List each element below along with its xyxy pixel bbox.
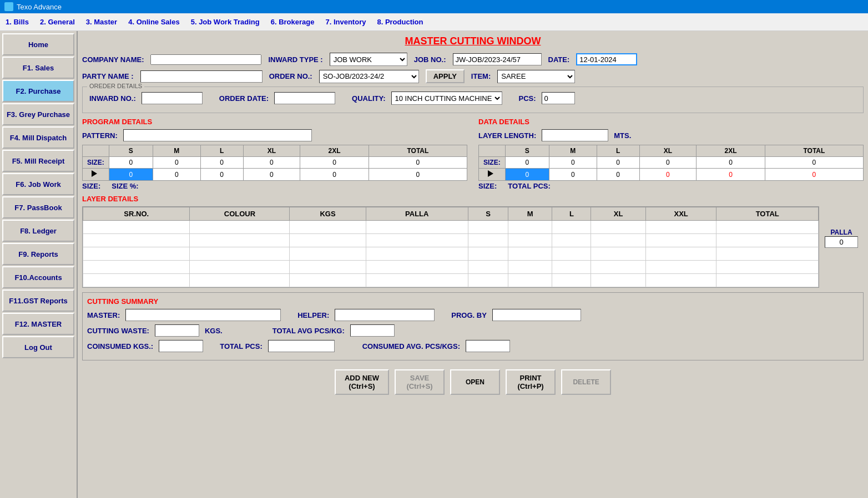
menu-master[interactable]: 3. Master	[86, 18, 117, 26]
kgs-label: KGS.	[205, 327, 223, 335]
date-input[interactable]	[576, 53, 637, 65]
menu-bills[interactable]: 1. Bills	[6, 18, 29, 26]
page-title: MASTER CUTTING WINDOW	[82, 35, 864, 47]
sidebar-logout[interactable]: Log Out	[2, 336, 74, 358]
company-name-input[interactable]	[150, 54, 261, 65]
order-details-section: OREDER DETAILS INWARD NO.: ORDER DATE: Q…	[82, 87, 864, 113]
palla-value-input[interactable]	[825, 236, 858, 248]
prog-size-xl[interactable]: 0	[243, 157, 300, 169]
prog-size-l[interactable]: 0	[200, 157, 243, 169]
palla-label: PALLA	[830, 228, 852, 236]
print-button[interactable]: PRINT (Ctrl+P)	[506, 369, 556, 395]
data-size-2xl[interactable]: 0	[697, 157, 765, 169]
company-name-label: COMPANY NAME:	[82, 55, 144, 64]
prog-size-pct-label-below: SIZE %:	[112, 182, 138, 190]
prog-size-label-below: SIZE:	[82, 182, 100, 190]
sidebar-f3-grey-purchase[interactable]: F3. Grey Purchase	[2, 103, 74, 125]
data-size-m[interactable]: 0	[549, 157, 597, 169]
data-grid-header-l: L	[597, 145, 639, 157]
job-no-input[interactable]	[453, 53, 542, 65]
layer-length-input[interactable]	[542, 129, 608, 141]
prog-size-pct-row: 0 0 0 0 0 0	[83, 169, 467, 181]
sidebar-f12-master[interactable]: F12. MASTER	[2, 313, 74, 335]
sidebar-f4-mill-dispatch[interactable]: F4. Mill Dispatch	[2, 126, 74, 149]
quality-select[interactable]: 10 INCH CUTTING MACHINE 12 INCH CUTTING …	[391, 92, 502, 105]
menu-job-work-trading[interactable]: 5. Job Work Trading	[191, 18, 260, 26]
cutting-waste-input[interactable]	[155, 324, 199, 337]
pattern-input[interactable]	[123, 129, 312, 141]
data-pcs-m[interactable]: 0	[549, 169, 597, 181]
total-pcs-input[interactable]	[268, 340, 335, 352]
data-pcs-xl[interactable]: 0	[639, 169, 697, 181]
party-name-input[interactable]	[140, 70, 263, 83]
sidebar-home[interactable]: Home	[2, 33, 74, 55]
data-grid-header-2xl: 2XL	[697, 145, 765, 157]
layer-col-palla: PALLA	[366, 207, 468, 221]
data-pcs-l[interactable]: 0	[597, 169, 639, 181]
menu-general[interactable]: 2. General	[40, 18, 75, 26]
save-button[interactable]: SAVE (Ctrl+S)	[395, 369, 445, 395]
sidebar-f9-reports[interactable]: F9. Reports	[2, 243, 74, 265]
open-button[interactable]: OPEN	[450, 369, 500, 395]
sidebar-f10-accounts[interactable]: F10.Accounts	[2, 266, 74, 288]
layer-row-empty5	[83, 274, 819, 287]
sidebar-f5-mill-receipt[interactable]: F5. Mill Receipt	[2, 150, 74, 172]
coinsumed-kgs-input[interactable]	[159, 340, 203, 352]
prog-pct-s[interactable]: 0	[109, 169, 153, 181]
cutting-summary-title: CUTTING SUMMARY	[87, 297, 859, 306]
prog-pct-m[interactable]: 0	[153, 169, 200, 181]
bottom-buttons: ADD NEW (Ctrl+S) SAVE (Ctrl+S) OPEN PRIN…	[82, 365, 864, 399]
apply-button[interactable]: APPLY	[426, 69, 465, 83]
sidebar-f11-gst-reports[interactable]: F11.GST Reports	[2, 289, 74, 312]
layer-col-srno: SR.NO.	[83, 207, 190, 221]
data-size-grid: S M L XL 2XL TOTAL SIZE: 0 0	[478, 145, 864, 181]
prog-size-2xl[interactable]: 0	[300, 157, 369, 169]
menu-brokerage[interactable]: 6. Brokerage	[271, 18, 315, 26]
prog-size-total: 0	[369, 157, 467, 169]
sidebar-f6-job-work[interactable]: F6. Job Work	[2, 173, 74, 195]
prog-grid-header-total: TOTAL	[369, 145, 467, 157]
prog-by-input[interactable]	[492, 309, 581, 321]
prog-size-s[interactable]: 0	[109, 157, 153, 169]
mts-label: MTS.	[614, 131, 631, 140]
program-size-grid: S M L XL 2XL TOTAL SIZE: 0 0	[82, 145, 467, 181]
job-no-label: JOB NO.:	[414, 55, 446, 64]
menu-production[interactable]: 8. Production	[377, 18, 423, 26]
menu-online-sales[interactable]: 4. Online Sales	[128, 18, 180, 26]
layer-col-s: S	[468, 207, 508, 221]
pattern-row: PATTERN:	[82, 129, 467, 141]
pcs-input[interactable]	[542, 92, 575, 104]
data-size-l[interactable]: 0	[597, 157, 639, 169]
master-label: MASTER:	[87, 311, 120, 319]
prog-pct-xl[interactable]: 0	[243, 169, 300, 181]
inward-type-select[interactable]: JOB WORK DIRECT TRANSFER	[330, 53, 407, 66]
item-select[interactable]: SAREE DUPATTA FABRIC	[497, 70, 575, 83]
data-pcs-2xl[interactable]: 0	[697, 169, 765, 181]
data-size-xl[interactable]: 0	[639, 157, 697, 169]
menu-inventory[interactable]: 7. Inventory	[325, 18, 366, 26]
order-date-input[interactable]	[274, 92, 335, 104]
add-new-button[interactable]: ADD NEW (Ctrl+S)	[335, 369, 389, 395]
app-icon	[4, 2, 13, 11]
content-area: MASTER CUTTING WINDOW COMPANY NAME: INWA…	[78, 31, 868, 498]
prog-size-m[interactable]: 0	[153, 157, 200, 169]
data-pcs-s[interactable]: 0	[505, 169, 549, 181]
data-size-s[interactable]: 0	[505, 157, 549, 169]
consumed-avg-input[interactable]	[466, 340, 510, 352]
inward-type-label: INWARD TYPE :	[268, 55, 322, 64]
delete-button[interactable]: DELETE	[561, 369, 611, 395]
program-details-col: PROGRAM DETAILS PATTERN: S M L XL 2XL	[82, 118, 467, 190]
inward-no-input[interactable]	[142, 92, 203, 104]
prog-pct-l[interactable]: 0	[200, 169, 243, 181]
total-avg-input[interactable]	[350, 324, 395, 337]
helper-input[interactable]	[335, 309, 435, 321]
sidebar-f2-purchase[interactable]: F2. Purchase	[2, 80, 74, 102]
prog-pct-2xl[interactable]: 0	[300, 169, 369, 181]
prog-grid-header-empty	[83, 145, 109, 157]
layer-details-title: LAYER DETAILS	[82, 195, 864, 203]
sidebar-f8-ledger[interactable]: F8. Ledger	[2, 220, 74, 242]
order-no-select[interactable]: SO-JOB/2023-24/2	[319, 70, 419, 83]
sidebar-f7-passbook[interactable]: F7. PassBook	[2, 196, 74, 218]
master-input[interactable]	[125, 309, 281, 321]
sidebar-f1-sales[interactable]: F1. Sales	[2, 57, 74, 79]
